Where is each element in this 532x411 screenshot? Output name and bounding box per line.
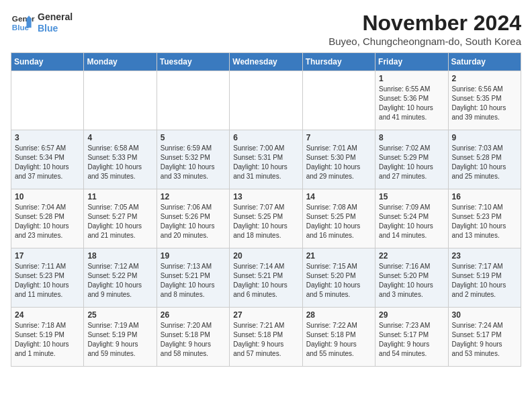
logo-text: General Blue bbox=[38, 11, 73, 34]
day-info: Sunrise: 7:01 AM Sunset: 5:30 PM Dayligh… bbox=[306, 144, 371, 181]
day-info: Sunrise: 7:16 AM Sunset: 5:20 PM Dayligh… bbox=[379, 262, 444, 300]
day-number: 29 bbox=[379, 310, 444, 320]
week-row-5: 24Sunrise: 7:18 AM Sunset: 5:19 PM Dayli… bbox=[11, 308, 521, 367]
day-info: Sunrise: 7:21 AM Sunset: 5:18 PM Dayligh… bbox=[233, 321, 298, 359]
day-number: 25 bbox=[87, 310, 152, 320]
day-number: 20 bbox=[233, 251, 298, 261]
day-number: 24 bbox=[15, 310, 80, 320]
day-number: 30 bbox=[452, 310, 517, 320]
day-info: Sunrise: 7:22 AM Sunset: 5:18 PM Dayligh… bbox=[306, 321, 371, 359]
day-number: 8 bbox=[379, 133, 444, 142]
day-info: Sunrise: 6:58 AM Sunset: 5:33 PM Dayligh… bbox=[87, 144, 152, 181]
logo: General Blue General Blue bbox=[11, 11, 73, 35]
day-info: Sunrise: 7:17 AM Sunset: 5:19 PM Dayligh… bbox=[452, 262, 517, 300]
day-cell: 8Sunrise: 7:02 AM Sunset: 5:29 PM Daylig… bbox=[375, 130, 448, 189]
day-cell: 15Sunrise: 7:09 AM Sunset: 5:24 PM Dayli… bbox=[375, 189, 448, 248]
day-info: Sunrise: 7:06 AM Sunset: 5:26 PM Dayligh… bbox=[161, 203, 226, 240]
day-cell bbox=[11, 71, 84, 130]
day-cell: 12Sunrise: 7:06 AM Sunset: 5:26 PM Dayli… bbox=[157, 189, 229, 248]
day-cell: 5Sunrise: 6:59 AM Sunset: 5:32 PM Daylig… bbox=[157, 130, 229, 189]
day-info: Sunrise: 6:57 AM Sunset: 5:34 PM Dayligh… bbox=[15, 144, 80, 181]
day-info: Sunrise: 7:00 AM Sunset: 5:31 PM Dayligh… bbox=[233, 144, 298, 181]
day-cell: 19Sunrise: 7:13 AM Sunset: 5:21 PM Dayli… bbox=[157, 248, 229, 308]
day-cell: 16Sunrise: 7:10 AM Sunset: 5:23 PM Dayli… bbox=[448, 189, 521, 248]
day-info: Sunrise: 6:59 AM Sunset: 5:32 PM Dayligh… bbox=[161, 144, 226, 181]
weekday-header-thursday: Thursday bbox=[302, 53, 375, 71]
day-number: 9 bbox=[452, 133, 517, 142]
day-cell: 28Sunrise: 7:22 AM Sunset: 5:18 PM Dayli… bbox=[302, 308, 375, 367]
day-info: Sunrise: 6:56 AM Sunset: 5:35 PM Dayligh… bbox=[452, 85, 517, 122]
day-cell bbox=[230, 71, 302, 130]
weekday-header-saturday: Saturday bbox=[448, 53, 521, 71]
day-number: 18 bbox=[87, 251, 152, 261]
day-number: 6 bbox=[233, 133, 298, 142]
day-info: Sunrise: 7:14 AM Sunset: 5:21 PM Dayligh… bbox=[233, 262, 298, 300]
day-number: 26 bbox=[161, 310, 226, 320]
svg-text:General: General bbox=[12, 14, 35, 23]
day-number: 1 bbox=[379, 74, 444, 83]
day-info: Sunrise: 7:15 AM Sunset: 5:20 PM Dayligh… bbox=[306, 262, 371, 300]
weekday-header-monday: Monday bbox=[84, 53, 157, 71]
location-title: Buyeo, Chungcheongnam-do, South Korea bbox=[328, 36, 521, 47]
calendar-body: 1Sunrise: 6:55 AM Sunset: 5:36 PM Daylig… bbox=[11, 71, 521, 367]
day-info: Sunrise: 7:23 AM Sunset: 5:17 PM Dayligh… bbox=[379, 321, 444, 359]
day-cell: 14Sunrise: 7:08 AM Sunset: 5:25 PM Dayli… bbox=[302, 189, 375, 248]
day-info: Sunrise: 7:19 AM Sunset: 5:19 PM Dayligh… bbox=[87, 321, 152, 359]
day-cell: 18Sunrise: 7:12 AM Sunset: 5:22 PM Dayli… bbox=[84, 248, 157, 308]
day-cell: 4Sunrise: 6:58 AM Sunset: 5:33 PM Daylig… bbox=[84, 130, 157, 189]
day-info: Sunrise: 7:05 AM Sunset: 5:27 PM Dayligh… bbox=[87, 203, 152, 240]
day-number: 16 bbox=[452, 192, 517, 201]
day-info: Sunrise: 7:24 AM Sunset: 5:17 PM Dayligh… bbox=[452, 321, 517, 359]
day-info: Sunrise: 7:09 AM Sunset: 5:24 PM Dayligh… bbox=[379, 203, 444, 240]
day-cell: 7Sunrise: 7:01 AM Sunset: 5:30 PM Daylig… bbox=[302, 130, 375, 189]
day-number: 15 bbox=[379, 192, 444, 201]
weekday-header-row: SundayMondayTuesdayWednesdayThursdayFrid… bbox=[11, 53, 521, 71]
day-info: Sunrise: 7:12 AM Sunset: 5:22 PM Dayligh… bbox=[87, 262, 152, 300]
day-number: 4 bbox=[87, 133, 152, 142]
day-number: 22 bbox=[379, 251, 444, 261]
day-info: Sunrise: 7:11 AM Sunset: 5:23 PM Dayligh… bbox=[15, 262, 80, 300]
day-info: Sunrise: 7:04 AM Sunset: 5:28 PM Dayligh… bbox=[15, 203, 80, 240]
day-cell: 23Sunrise: 7:17 AM Sunset: 5:19 PM Dayli… bbox=[448, 248, 521, 308]
day-number: 5 bbox=[161, 133, 226, 142]
day-cell: 22Sunrise: 7:16 AM Sunset: 5:20 PM Dayli… bbox=[375, 248, 448, 308]
day-cell: 3Sunrise: 6:57 AM Sunset: 5:34 PM Daylig… bbox=[11, 130, 84, 189]
day-cell: 26Sunrise: 7:20 AM Sunset: 5:18 PM Dayli… bbox=[157, 308, 229, 367]
day-number: 12 bbox=[161, 192, 226, 201]
day-cell: 25Sunrise: 7:19 AM Sunset: 5:19 PM Dayli… bbox=[84, 308, 157, 367]
week-row-1: 1Sunrise: 6:55 AM Sunset: 5:36 PM Daylig… bbox=[11, 71, 521, 130]
day-cell: 6Sunrise: 7:00 AM Sunset: 5:31 PM Daylig… bbox=[230, 130, 302, 189]
day-number: 19 bbox=[161, 251, 226, 261]
day-info: Sunrise: 7:20 AM Sunset: 5:18 PM Dayligh… bbox=[161, 321, 226, 359]
page-header: General Blue General Blue November 2024 … bbox=[11, 11, 521, 47]
calendar-table: SundayMondayTuesdayWednesdayThursdayFrid… bbox=[11, 52, 521, 367]
day-number: 10 bbox=[15, 192, 80, 201]
logo-icon: General Blue bbox=[11, 11, 35, 35]
weekday-header-friday: Friday bbox=[375, 53, 448, 71]
day-cell: 29Sunrise: 7:23 AM Sunset: 5:17 PM Dayli… bbox=[375, 308, 448, 367]
day-cell bbox=[157, 71, 229, 130]
day-cell: 2Sunrise: 6:56 AM Sunset: 5:35 PM Daylig… bbox=[448, 71, 521, 130]
day-number: 23 bbox=[452, 251, 517, 261]
day-info: Sunrise: 7:07 AM Sunset: 5:25 PM Dayligh… bbox=[233, 203, 298, 240]
day-info: Sunrise: 6:55 AM Sunset: 5:36 PM Dayligh… bbox=[379, 85, 444, 122]
day-cell: 11Sunrise: 7:05 AM Sunset: 5:27 PM Dayli… bbox=[84, 189, 157, 248]
week-row-3: 10Sunrise: 7:04 AM Sunset: 5:28 PM Dayli… bbox=[11, 189, 521, 248]
day-cell: 24Sunrise: 7:18 AM Sunset: 5:19 PM Dayli… bbox=[11, 308, 84, 367]
day-cell: 17Sunrise: 7:11 AM Sunset: 5:23 PM Dayli… bbox=[11, 248, 84, 308]
day-info: Sunrise: 7:08 AM Sunset: 5:25 PM Dayligh… bbox=[306, 203, 371, 240]
week-row-4: 17Sunrise: 7:11 AM Sunset: 5:23 PM Dayli… bbox=[11, 248, 521, 308]
day-cell: 1Sunrise: 6:55 AM Sunset: 5:36 PM Daylig… bbox=[375, 71, 448, 130]
day-number: 21 bbox=[306, 251, 371, 261]
day-cell: 20Sunrise: 7:14 AM Sunset: 5:21 PM Dayli… bbox=[230, 248, 302, 308]
day-number: 13 bbox=[233, 192, 298, 201]
day-cell: 27Sunrise: 7:21 AM Sunset: 5:18 PM Dayli… bbox=[230, 308, 302, 367]
day-number: 14 bbox=[306, 192, 371, 201]
weekday-header-sunday: Sunday bbox=[11, 53, 84, 71]
day-number: 7 bbox=[306, 133, 371, 142]
weekday-header-tuesday: Tuesday bbox=[157, 53, 229, 71]
day-number: 11 bbox=[87, 192, 152, 201]
day-info: Sunrise: 7:13 AM Sunset: 5:21 PM Dayligh… bbox=[161, 262, 226, 300]
day-info: Sunrise: 7:18 AM Sunset: 5:19 PM Dayligh… bbox=[15, 321, 80, 359]
day-cell bbox=[302, 71, 375, 130]
